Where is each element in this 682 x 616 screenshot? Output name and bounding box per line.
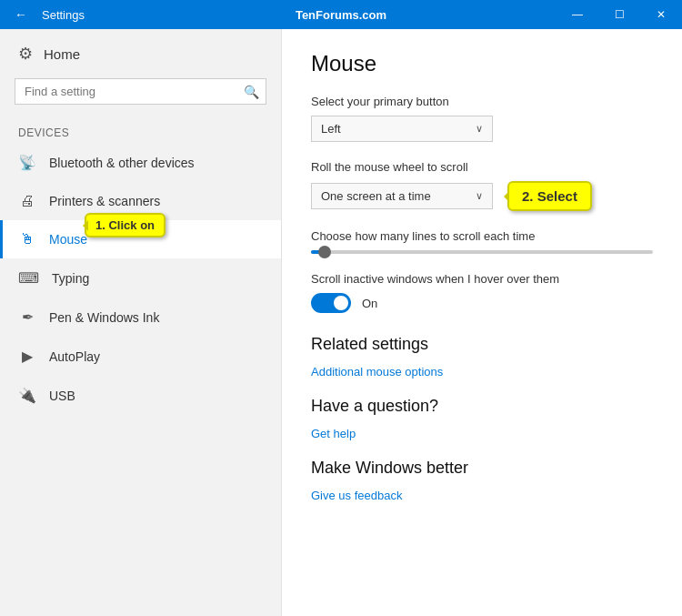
- scroll-dropdown-arrow-icon: ∨: [476, 190, 483, 202]
- lines-label: Choose how many lines to scroll each tim…: [311, 229, 653, 243]
- primary-button-label: Select your primary button: [311, 95, 653, 108]
- lines-section: Choose how many lines to scroll each tim…: [311, 229, 653, 254]
- back-button[interactable]: ←: [7, 4, 35, 25]
- get-help-link[interactable]: Get help: [311, 427, 653, 440]
- feedback-link[interactable]: Give us feedback: [311, 489, 653, 502]
- lines-slider[interactable]: [311, 250, 653, 254]
- slider-thumb[interactable]: [318, 246, 331, 258]
- inactive-toggle[interactable]: [311, 293, 351, 313]
- sidebar-item-label: AutoPlay: [49, 349, 100, 364]
- sidebar-item-pen[interactable]: ✒ Pen & Windows Ink: [0, 298, 281, 337]
- sidebar-item-label: Mouse: [49, 232, 87, 247]
- sidebar-item-label: Pen & Windows Ink: [49, 310, 159, 325]
- sidebar-item-label: Typing: [52, 271, 89, 286]
- sidebar-item-label: Printers & scanners: [49, 194, 160, 208]
- home-label: Home: [44, 46, 80, 62]
- titlebar: ← Settings TenForums.com — ☐ ✕: [0, 0, 682, 29]
- primary-button-value: Left: [321, 122, 341, 136]
- sidebar-item-bluetooth[interactable]: 📡 Bluetooth & other devices: [0, 143, 281, 182]
- sidebar-item-mouse[interactable]: 🖱 Mouse 1. Click on: [0, 220, 281, 258]
- slider-track: [311, 250, 653, 254]
- inactive-label: Scroll inactive windows when I hover ove…: [311, 272, 653, 286]
- scroll-label: Roll the mouse wheel to scroll: [311, 160, 653, 174]
- app-body: ⚙ Home 🔍 Devices 📡 Bluetooth & other dev…: [0, 29, 682, 616]
- app-title: Settings: [42, 8, 85, 22]
- scroll-option-row: One screen at a time ∨ 2. Select: [311, 181, 653, 211]
- better-title: Make Windows better: [311, 459, 653, 478]
- callout-1: 1. Click on: [85, 213, 165, 237]
- bluetooth-icon: 📡: [18, 154, 36, 171]
- typing-icon: ⌨: [18, 269, 39, 287]
- dropdown-arrow-icon: ∨: [476, 123, 483, 135]
- scroll-dropdown[interactable]: One screen at a time ∨: [311, 183, 493, 209]
- printer-icon: 🖨: [18, 193, 36, 209]
- watermark: TenForums.com: [296, 8, 386, 22]
- sidebar-item-usb[interactable]: 🔌 USB: [0, 376, 281, 415]
- callout-2: 2. Select: [507, 181, 592, 211]
- scroll-value: One screen at a time: [321, 189, 431, 203]
- pen-icon: ✒: [18, 308, 36, 326]
- primary-button-dropdown[interactable]: Left ∨: [311, 116, 493, 142]
- sidebar-home[interactable]: ⚙ Home: [0, 29, 281, 78]
- mouse-icon: 🖱: [18, 231, 36, 247]
- minimize-button[interactable]: —: [557, 0, 598, 29]
- sidebar-item-label: Bluetooth & other devices: [49, 156, 195, 170]
- autoplay-icon: ▶: [18, 348, 36, 365]
- window-controls: — ☐ ✕: [557, 0, 682, 29]
- sidebar-item-autoplay[interactable]: ▶ AutoPlay: [0, 337, 281, 376]
- related-settings-title: Related settings: [311, 335, 653, 354]
- toggle-row: On: [311, 293, 653, 313]
- sidebar-section-label: Devices: [0, 119, 281, 143]
- search-input[interactable]: [15, 78, 266, 105]
- search-box: 🔍: [15, 78, 266, 105]
- sidebar: ⚙ Home 🔍 Devices 📡 Bluetooth & other dev…: [0, 29, 282, 616]
- page-title: Mouse: [311, 51, 653, 76]
- question-title: Have a question?: [311, 397, 653, 416]
- callout-2-wrapper: 2. Select: [507, 181, 592, 211]
- maximize-button[interactable]: ☐: [598, 0, 640, 29]
- usb-icon: 🔌: [18, 387, 36, 404]
- additional-mouse-options-link[interactable]: Additional mouse options: [311, 365, 653, 379]
- content-area: Mouse Select your primary button Left ∨ …: [282, 29, 682, 616]
- sidebar-item-typing[interactable]: ⌨ Typing: [0, 258, 281, 298]
- toggle-state-label: On: [362, 297, 377, 310]
- search-icon[interactable]: 🔍: [244, 85, 259, 99]
- close-button[interactable]: ✕: [640, 0, 682, 29]
- sidebar-item-label: USB: [49, 389, 75, 403]
- home-icon: ⚙: [18, 44, 33, 64]
- toggle-knob: [334, 296, 348, 310]
